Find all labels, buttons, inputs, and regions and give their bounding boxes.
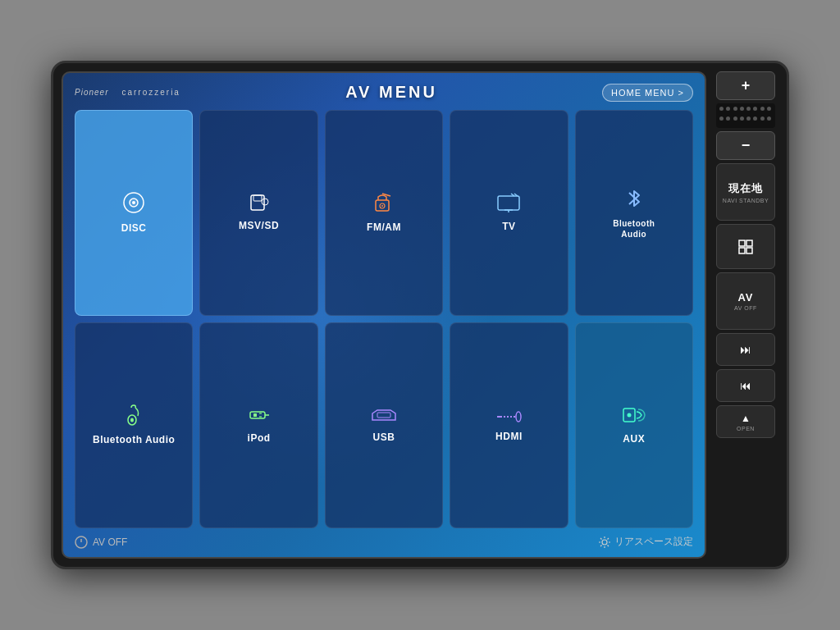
menu-item-fmam[interactable]: FM/AM bbox=[325, 110, 443, 316]
av-sublabel: AV OFF bbox=[734, 305, 757, 311]
usb-icon bbox=[248, 406, 271, 427]
dot bbox=[753, 107, 757, 111]
svg-rect-22 bbox=[377, 413, 390, 418]
svg-point-31 bbox=[602, 540, 607, 545]
menu-item-disc[interactable]: DISC bbox=[75, 110, 193, 316]
svg-rect-33 bbox=[746, 240, 752, 246]
traffic-label: AUX bbox=[623, 433, 645, 445]
side-controls: + − 現在地 NAVI STANDBY bbox=[713, 71, 778, 559]
svg-point-16 bbox=[130, 418, 134, 422]
dot bbox=[726, 107, 730, 111]
skip-forward-icon: ⏭ bbox=[740, 343, 751, 356]
home-menu-button[interactable]: HOME MENU > bbox=[602, 84, 693, 102]
aux-icon bbox=[495, 408, 522, 426]
svg-rect-35 bbox=[746, 248, 752, 253]
menu-item-traffic[interactable]: AUX bbox=[575, 322, 693, 528]
menu-item-usb[interactable]: iPod bbox=[199, 322, 317, 528]
menu-item-aux[interactable]: HDMI bbox=[450, 322, 568, 528]
bluetooth-icon bbox=[625, 187, 643, 213]
brand-labels: Pioneer carrozzeria bbox=[75, 88, 180, 97]
eject-open-button[interactable]: ▲ OPEN bbox=[716, 405, 775, 438]
car-unit: Pioneer carrozzeria AV MENU HOME MENU > … bbox=[51, 61, 789, 569]
dot bbox=[733, 116, 737, 121]
eject-icon: ▲ bbox=[741, 413, 751, 424]
menu-item-tv[interactable]: TV bbox=[450, 110, 568, 316]
dot bbox=[719, 107, 724, 111]
svg-rect-4 bbox=[253, 195, 262, 201]
dot bbox=[740, 107, 744, 111]
dot bbox=[746, 107, 751, 111]
dot bbox=[753, 116, 757, 121]
dot bbox=[733, 107, 737, 111]
dot bbox=[767, 116, 771, 121]
navi-sublabel: NAVI STANDBY bbox=[723, 198, 769, 203]
fmam-icon bbox=[372, 192, 395, 217]
tv-icon bbox=[496, 193, 521, 216]
brand-pioneer: Pioneer bbox=[75, 88, 108, 97]
volume-up-button[interactable]: + bbox=[716, 71, 775, 100]
screen-area: Pioneer carrozzeria AV MENU HOME MENU > … bbox=[62, 71, 706, 559]
skip-back-icon: ⏮ bbox=[740, 379, 751, 392]
volume-down-button[interactable]: − bbox=[716, 131, 775, 160]
svg-rect-32 bbox=[739, 240, 745, 246]
rear-settings-button[interactable]: リアスペース設定 bbox=[598, 535, 693, 549]
bluetooth-label: BluetoothAudio bbox=[613, 218, 655, 240]
svg-point-2 bbox=[132, 201, 135, 204]
usb-label: iPod bbox=[248, 432, 271, 444]
grid-icon bbox=[737, 239, 754, 255]
svg-rect-34 bbox=[739, 248, 745, 253]
dot bbox=[740, 116, 744, 121]
menu-item-hdmi[interactable]: USB bbox=[325, 322, 443, 528]
navi-standby-button[interactable]: 現在地 NAVI STANDBY bbox=[716, 163, 775, 221]
brand-carrozzeria: carrozzeria bbox=[121, 88, 180, 97]
fmam-label: FM/AM bbox=[367, 221, 401, 233]
av-menu-grid: DISC MSV/SD bbox=[75, 110, 693, 528]
skip-back-button[interactable]: ⏮ bbox=[716, 369, 775, 402]
ipod-icon bbox=[125, 404, 143, 429]
aux-label: HDMI bbox=[495, 431, 523, 442]
dot bbox=[746, 116, 751, 121]
navi-label: 現在地 bbox=[728, 181, 763, 196]
svg-rect-10 bbox=[498, 196, 519, 210]
menu-item-msvsd[interactable]: MSV/SD bbox=[199, 110, 317, 316]
open-sublabel: OPEN bbox=[737, 426, 755, 431]
menu-item-ipod[interactable]: Bluetooth Audio bbox=[75, 322, 193, 528]
home-grid-button[interactable] bbox=[716, 224, 775, 269]
svg-rect-17 bbox=[250, 412, 265, 418]
dot bbox=[760, 116, 765, 121]
disc-label: DISC bbox=[121, 222, 147, 234]
tv-label: TV bbox=[502, 221, 515, 232]
av-off-button[interactable]: AV OFF bbox=[75, 536, 127, 549]
ipod-label: Bluetooth Audio bbox=[93, 434, 175, 445]
msvsd-label: MSV/SD bbox=[239, 220, 279, 231]
volume-indicator bbox=[716, 103, 775, 128]
hdmi-icon bbox=[371, 407, 397, 427]
menu-item-bluetooth[interactable]: BluetoothAudio bbox=[575, 110, 693, 316]
dot bbox=[719, 116, 724, 121]
msvsd-icon bbox=[249, 194, 270, 215]
screen-header: Pioneer carrozzeria AV MENU HOME MENU > bbox=[75, 83, 693, 102]
disc-icon bbox=[122, 191, 145, 217]
svg-point-26 bbox=[516, 412, 521, 422]
dot bbox=[726, 116, 730, 121]
screen-footer: AV OFF リアスペース設定 bbox=[75, 535, 693, 549]
av-button[interactable]: AV AV OFF bbox=[716, 272, 775, 330]
screen-title: AV MENU bbox=[180, 83, 602, 102]
svg-rect-19 bbox=[253, 413, 257, 417]
dot bbox=[767, 107, 771, 111]
skip-forward-button[interactable]: ⏭ bbox=[716, 333, 775, 366]
svg-point-5 bbox=[262, 199, 268, 205]
traffic-icon bbox=[622, 405, 646, 428]
settings-icon bbox=[598, 536, 611, 549]
svg-point-28 bbox=[627, 413, 631, 418]
hdmi-label: USB bbox=[373, 431, 395, 443]
av-off-icon bbox=[75, 536, 88, 549]
svg-point-9 bbox=[381, 205, 383, 207]
av-label: AV bbox=[737, 291, 753, 304]
dot bbox=[760, 107, 765, 111]
